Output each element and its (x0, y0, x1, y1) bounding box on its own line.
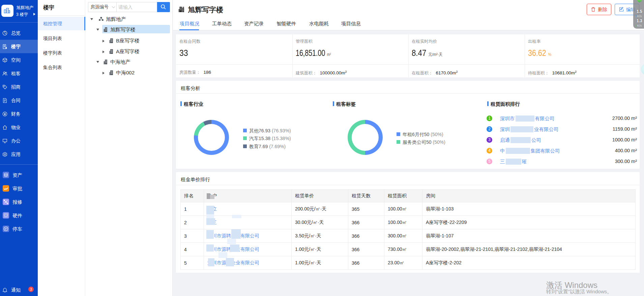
svg-text:P: P (5, 227, 7, 231)
